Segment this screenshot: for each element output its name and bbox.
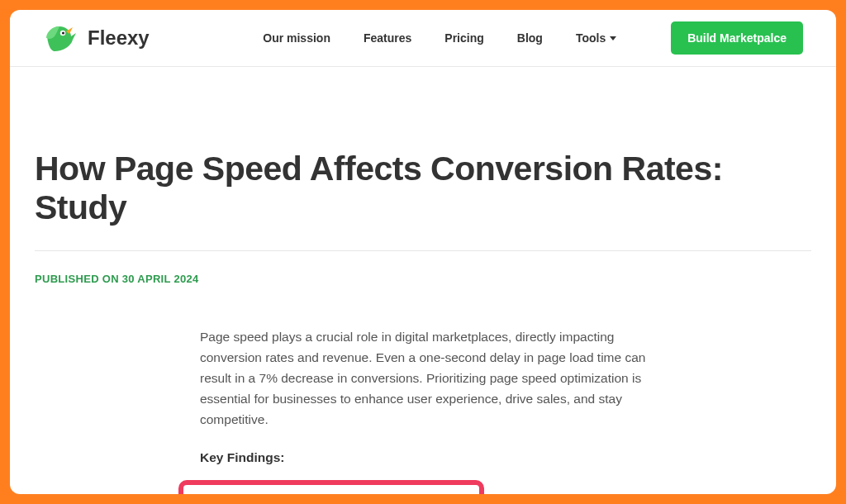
chevron-down-icon <box>610 36 616 40</box>
article-content: How Page Speed Affects Conversion Rates:… <box>10 67 836 494</box>
article-title: How Page Speed Affects Conversion Rates:… <box>35 150 811 227</box>
main-nav: Our mission Features Pricing Blog Tools … <box>263 21 803 55</box>
nav-pricing[interactable]: Pricing <box>444 31 483 45</box>
build-marketplace-button[interactable]: Build Marketpalce <box>671 21 803 55</box>
nav-features[interactable]: Features <box>364 31 411 45</box>
publish-date: PUBLISHED ON 30 APRIL 2024 <box>35 273 811 285</box>
intro-paragraph: Page speed plays a crucial role in digit… <box>200 326 663 430</box>
page-container: Fleexy Our mission Features Pricing Blog… <box>10 10 836 494</box>
nav-tools-label: Tools <box>576 31 606 45</box>
nav-mission[interactable]: Our mission <box>263 31 330 45</box>
brand-name: Fleexy <box>88 26 150 50</box>
nav-blog[interactable]: Blog <box>517 31 543 45</box>
nav-tools[interactable]: Tools <box>576 31 616 45</box>
key-findings-heading: Key Findings: <box>200 450 663 465</box>
parrot-icon <box>43 21 78 55</box>
svg-point-1 <box>62 31 64 34</box>
divider <box>35 250 811 251</box>
site-header: Fleexy Our mission Features Pricing Blog… <box>10 10 836 67</box>
logo[interactable]: Fleexy <box>43 21 150 55</box>
key-findings-highlight: 1-second delay: 7% reduction in conversi… <box>178 480 484 494</box>
article-body: Page speed plays a crucial role in digit… <box>200 326 663 494</box>
